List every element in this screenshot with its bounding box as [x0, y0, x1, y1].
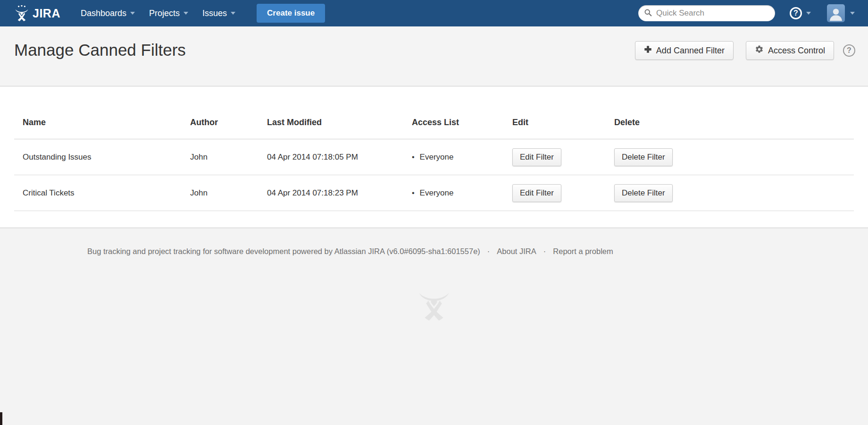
- header-actions: Add Canned Filter Access Control ?: [635, 41, 855, 60]
- atlassian-charlie-icon: [14, 5, 29, 21]
- nav-item-projects[interactable]: Projects: [142, 0, 195, 26]
- footer-line: Bug tracking and project tracking for so…: [87, 247, 613, 256]
- filter-name-cell: Critical Tickets: [14, 175, 190, 211]
- nav-item-label: Issues: [202, 8, 227, 18]
- access-list-value: Everyone: [420, 188, 454, 198]
- nav-item-label: Projects: [149, 8, 180, 18]
- add-canned-filter-button[interactable]: Add Canned Filter: [635, 41, 734, 60]
- chevron-down-icon: [850, 12, 855, 15]
- canned-filters-table: Name Author Last Modified Access List Ed…: [14, 87, 854, 211]
- author-cell: John: [190, 175, 267, 211]
- text-cursor-artifact: [0, 412, 2, 425]
- page-title: Manage Canned Filters: [14, 41, 186, 60]
- column-header-delete: Delete: [614, 87, 854, 139]
- access-control-button[interactable]: Access Control: [746, 41, 834, 60]
- top-navbar: JIRA Dashboards Projects Issues Create i…: [0, 0, 868, 26]
- access-list-value: Everyone: [420, 153, 454, 162]
- filter-name-cell: Outstanding Issues: [14, 139, 190, 175]
- user-menu[interactable]: [827, 4, 855, 22]
- jira-logo[interactable]: JIRA: [14, 5, 60, 21]
- table-header-row: Name Author Last Modified Access List Ed…: [14, 87, 854, 139]
- access-list-cell: • Everyone: [412, 188, 512, 198]
- button-label: Add Canned Filter: [656, 46, 725, 56]
- report-problem-link[interactable]: Report a problem: [553, 247, 613, 256]
- edit-filter-button[interactable]: Edit Filter: [512, 184, 561, 202]
- column-header-access-list: Access List: [412, 87, 512, 139]
- chevron-down-icon: [184, 12, 188, 15]
- nav-item-issues[interactable]: Issues: [195, 0, 242, 26]
- help-menu[interactable]: ?: [790, 7, 811, 19]
- page-header: Manage Canned Filters Add Canned Filter …: [0, 26, 868, 86]
- nav-item-dashboards[interactable]: Dashboards: [74, 0, 142, 26]
- last-modified-cell: 04 Apr 2014 07:18:05 PM: [267, 139, 412, 175]
- column-header-name: Name: [14, 87, 190, 139]
- page-help-icon[interactable]: ?: [843, 44, 855, 57]
- column-header-author: Author: [190, 87, 267, 139]
- plus-icon: [644, 45, 652, 56]
- main-nav: Dashboards Projects Issues: [74, 0, 242, 26]
- brand-wordmark: JIRA: [33, 7, 60, 20]
- user-avatar-icon: [827, 4, 845, 22]
- bullet-icon: •: [412, 189, 415, 197]
- chevron-down-icon: [806, 12, 811, 15]
- atlassian-watermark-icon: [414, 283, 454, 323]
- footer-separator: ·: [487, 247, 490, 256]
- bullet-icon: •: [412, 153, 415, 162]
- footer-text: Bug tracking and project tracking for so…: [87, 247, 480, 256]
- create-issue-button[interactable]: Create issue: [257, 4, 325, 23]
- quick-search: [638, 5, 775, 21]
- footer-separator: ·: [543, 247, 546, 256]
- delete-filter-button[interactable]: Delete Filter: [614, 184, 673, 202]
- column-header-edit: Edit: [512, 87, 614, 139]
- access-list-cell: • Everyone: [412, 153, 512, 162]
- about-jira-link[interactable]: About JIRA: [497, 247, 536, 256]
- chevron-down-icon: [130, 12, 135, 15]
- delete-filter-button[interactable]: Delete Filter: [614, 148, 673, 166]
- author-cell: John: [190, 139, 267, 175]
- gear-icon: [755, 45, 764, 56]
- button-label: Access Control: [768, 46, 825, 56]
- last-modified-cell: 04 Apr 2014 07:18:23 PM: [267, 175, 412, 211]
- quick-search-input[interactable]: [656, 8, 765, 18]
- nav-item-label: Dashboards: [81, 8, 126, 18]
- content-area: Name Author Last Modified Access List Ed…: [0, 87, 868, 228]
- column-header-last-modified: Last Modified: [267, 87, 412, 139]
- chevron-down-icon: [231, 12, 235, 15]
- table-row: Outstanding Issues John 04 Apr 2014 07:1…: [14, 139, 854, 175]
- table-row: Critical Tickets John 04 Apr 2014 07:18:…: [14, 175, 854, 211]
- search-icon: [644, 8, 652, 18]
- edit-filter-button[interactable]: Edit Filter: [512, 148, 561, 166]
- help-icon: ?: [790, 7, 802, 19]
- page-footer: Bug tracking and project tracking for so…: [0, 228, 868, 425]
